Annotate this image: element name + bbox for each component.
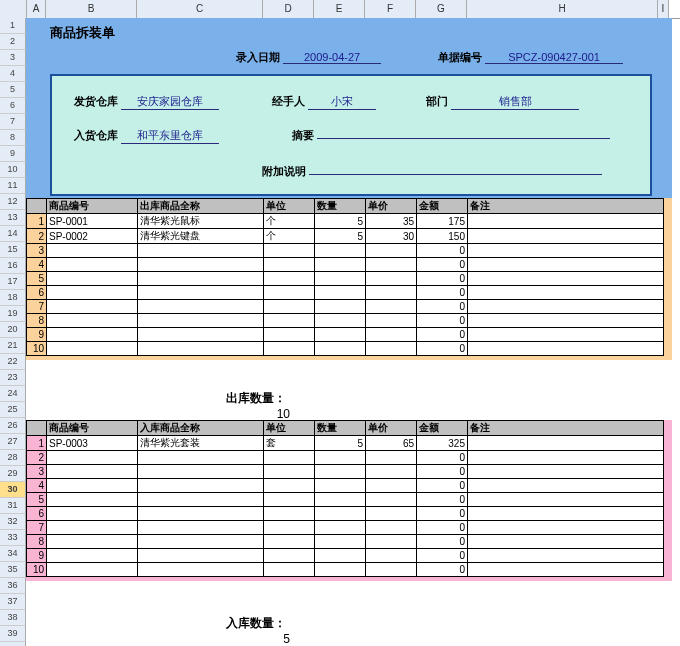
cell[interactable] <box>264 507 315 521</box>
cell[interactable] <box>138 244 264 258</box>
table-row[interactable]: 30 <box>27 465 664 479</box>
cell[interactable] <box>315 465 366 479</box>
summary-value[interactable] <box>317 138 610 139</box>
cell[interactable] <box>138 258 264 272</box>
cell[interactable] <box>138 507 264 521</box>
cell[interactable] <box>47 342 138 356</box>
cell[interactable] <box>315 451 366 465</box>
cell[interactable]: 35 <box>366 214 417 229</box>
cell[interactable]: 9 <box>27 328 47 342</box>
in-warehouse-value[interactable]: 和平东里仓库 <box>121 128 219 144</box>
cell[interactable] <box>47 300 138 314</box>
cell[interactable] <box>138 479 264 493</box>
col-header-B[interactable]: B <box>46 0 137 18</box>
cell[interactable] <box>138 549 264 563</box>
row-header-36[interactable]: 36 <box>0 578 26 594</box>
cell[interactable] <box>468 328 664 342</box>
cell[interactable] <box>47 507 138 521</box>
row-header-10[interactable]: 10 <box>0 162 26 178</box>
cell[interactable] <box>264 493 315 507</box>
row-header-6[interactable]: 6 <box>0 98 26 114</box>
cell[interactable]: 个 <box>264 229 315 244</box>
row-header-16[interactable]: 16 <box>0 258 26 274</box>
cell[interactable] <box>47 479 138 493</box>
inbound-table[interactable]: 商品编号 入库商品全称 单位 数量 单价 金额 备注 1SP-0003清华紫光套… <box>26 420 664 577</box>
row-header-30[interactable]: 30 <box>0 482 26 498</box>
cell[interactable] <box>315 507 366 521</box>
col-header-E[interactable]: E <box>314 0 365 18</box>
cell[interactable] <box>468 535 664 549</box>
cell[interactable] <box>138 563 264 577</box>
cell[interactable] <box>468 521 664 535</box>
row-header-33[interactable]: 33 <box>0 530 26 546</box>
cell[interactable] <box>264 244 315 258</box>
cell[interactable]: 7 <box>27 300 47 314</box>
cell[interactable] <box>47 451 138 465</box>
cell[interactable] <box>264 535 315 549</box>
cell[interactable] <box>468 465 664 479</box>
cell[interactable] <box>366 563 417 577</box>
cell[interactable]: SP-0002 <box>47 229 138 244</box>
row-header-18[interactable]: 18 <box>0 290 26 306</box>
cell[interactable] <box>264 563 315 577</box>
row-header-5[interactable]: 5 <box>0 82 26 98</box>
table-row[interactable]: 2SP-0002清华紫光键盘个530150 <box>27 229 664 244</box>
cell[interactable] <box>468 314 664 328</box>
row-header-12[interactable]: 12 <box>0 194 26 210</box>
cell[interactable] <box>468 258 664 272</box>
row-header-17[interactable]: 17 <box>0 274 26 290</box>
cell[interactable]: 5 <box>27 493 47 507</box>
cell[interactable]: 0 <box>417 258 468 272</box>
table-row[interactable]: 70 <box>27 300 664 314</box>
row-header-11[interactable]: 11 <box>0 178 26 194</box>
cell[interactable]: 0 <box>417 342 468 356</box>
table-row[interactable]: 60 <box>27 286 664 300</box>
row-header-38[interactable]: 38 <box>0 610 26 626</box>
table-row[interactable]: 1SP-0003清华紫光套装套565325 <box>27 436 664 451</box>
row-header-27[interactable]: 27 <box>0 434 26 450</box>
cell[interactable]: 0 <box>417 286 468 300</box>
cell[interactable] <box>468 436 664 451</box>
cell[interactable] <box>315 286 366 300</box>
cell[interactable] <box>47 549 138 563</box>
cell[interactable] <box>138 493 264 507</box>
row-header-28[interactable]: 28 <box>0 450 26 466</box>
cell[interactable]: 5 <box>27 272 47 286</box>
docno-value[interactable]: SPCZ-090427-001 <box>485 51 623 64</box>
cell[interactable] <box>468 300 664 314</box>
col-header-A[interactable]: A <box>27 0 46 18</box>
cell[interactable]: 0 <box>417 535 468 549</box>
cell[interactable] <box>47 563 138 577</box>
cell[interactable]: 0 <box>417 451 468 465</box>
row-header-29[interactable]: 29 <box>0 466 26 482</box>
cell[interactable]: 0 <box>417 507 468 521</box>
row-header-37[interactable]: 37 <box>0 594 26 610</box>
cell[interactable] <box>264 286 315 300</box>
table-row[interactable]: 100 <box>27 342 664 356</box>
out-warehouse-value[interactable]: 安庆家园仓库 <box>121 94 219 110</box>
cell[interactable]: 2 <box>27 229 47 244</box>
cell[interactable] <box>138 286 264 300</box>
cell[interactable]: 5 <box>315 436 366 451</box>
cell[interactable] <box>47 272 138 286</box>
cell[interactable] <box>264 465 315 479</box>
cell[interactable] <box>366 258 417 272</box>
cell[interactable] <box>315 258 366 272</box>
cell[interactable] <box>468 342 664 356</box>
cell[interactable] <box>264 342 315 356</box>
cell[interactable]: 5 <box>315 214 366 229</box>
cell[interactable] <box>468 549 664 563</box>
row-header-14[interactable]: 14 <box>0 226 26 242</box>
cell[interactable]: 30 <box>366 229 417 244</box>
cell[interactable] <box>366 314 417 328</box>
row-header-9[interactable]: 9 <box>0 146 26 162</box>
cell[interactable] <box>264 258 315 272</box>
row-header-8[interactable]: 8 <box>0 130 26 146</box>
cell[interactable] <box>138 314 264 328</box>
table-row[interactable]: 1SP-0001清华紫光鼠标个535175 <box>27 214 664 229</box>
row-header-39[interactable]: 39 <box>0 626 26 642</box>
col-header-D[interactable]: D <box>263 0 314 18</box>
cell[interactable] <box>468 272 664 286</box>
row-header-25[interactable]: 25 <box>0 402 26 418</box>
table-row[interactable]: 90 <box>27 328 664 342</box>
